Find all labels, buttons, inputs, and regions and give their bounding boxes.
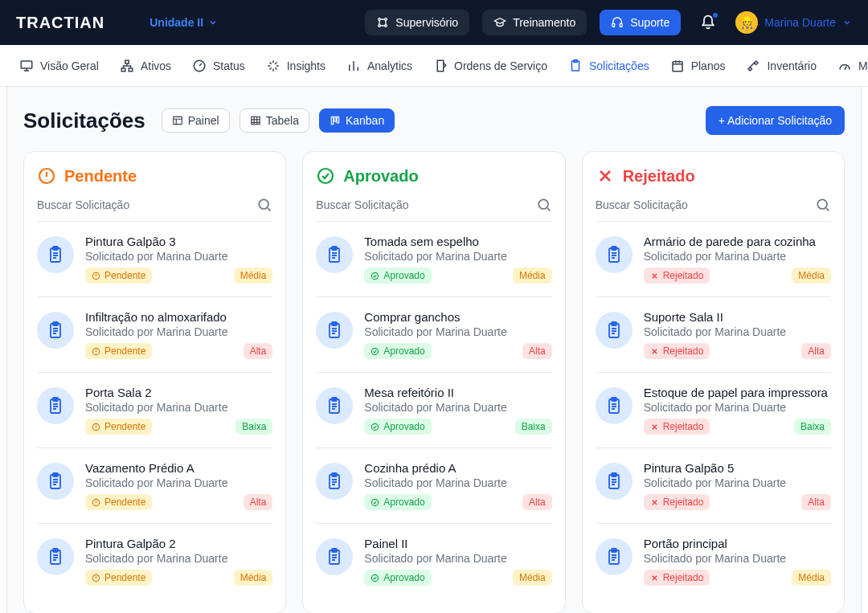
panel-icon (172, 115, 183, 126)
search-placeholder: Buscar Solicitação (316, 198, 408, 211)
unit-switcher[interactable]: Unidade II (149, 16, 218, 29)
avatar: 👷 (735, 11, 758, 34)
monitor-icon (19, 59, 34, 73)
clipboard-icon (37, 236, 74, 273)
request-card[interactable]: Infiltração no almoxarifado Solicitado p… (37, 296, 272, 372)
request-card[interactable]: Porta Sala 2 Solicitado por Marina Duart… (37, 372, 272, 447)
request-card[interactable]: Portão principal Solicitado por Marina D… (596, 523, 831, 599)
search-input[interactable]: Buscar Solicitação (37, 197, 272, 213)
pendente-mini-icon (92, 347, 100, 356)
status-badge: Pendente (85, 570, 152, 586)
rejeitado-mini-icon (650, 423, 659, 431)
card-title: Tomada sem espelho (364, 235, 551, 248)
card-title: Comprar ganchos (364, 310, 551, 324)
svg-point-20 (260, 199, 269, 209)
priority-badge: Alta (801, 343, 831, 359)
pendente-status-icon (37, 166, 56, 186)
clipboard-icon (316, 463, 353, 500)
column-aprovado: Aprovado Buscar Solicitação Tomada sem e… (302, 151, 565, 613)
user-menu[interactable]: 👷 Marina Duarte (735, 11, 852, 34)
page-title: Solicitações (23, 108, 145, 133)
card-title: Estoque de papel para impressora (644, 386, 831, 399)
request-card[interactable]: Mesa refeitório II Solicitado por Marina… (316, 372, 551, 447)
suporte-button[interactable]: Suporte (600, 10, 681, 35)
aprovado-mini-icon (371, 498, 379, 507)
clipboard-icon (37, 463, 74, 500)
document-pen-icon (433, 59, 448, 73)
tab-inventario[interactable]: Inventário (746, 59, 816, 73)
chevron-down-icon (208, 18, 218, 27)
clipboard-icon (596, 236, 633, 273)
svg-point-37 (538, 199, 548, 209)
clipboard-icon (316, 236, 353, 273)
graduation-cap-icon (493, 16, 506, 29)
tab-analytics[interactable]: Analytics (346, 59, 412, 73)
svg-point-2 (379, 25, 381, 27)
tab-metricas[interactable]: Métricas (837, 59, 868, 73)
card-requester: Solicitado por Marina Duarte (364, 250, 551, 263)
request-card[interactable]: Estoque de papel para impressora Solicit… (596, 372, 831, 447)
tools-icon (746, 59, 760, 73)
card-title: Mesa refeitório II (364, 386, 551, 399)
svg-rect-8 (121, 68, 125, 72)
card-title: Pintura Galpão 3 (85, 235, 272, 248)
card-title: Cozinha prédio A (364, 461, 551, 475)
svg-rect-7 (125, 60, 129, 63)
svg-point-0 (379, 18, 381, 21)
view-painel-button[interactable]: Painel (162, 108, 230, 133)
svg-rect-5 (620, 23, 623, 27)
priority-badge: Alta (522, 494, 552, 510)
treinamento-button[interactable]: Treinamento (482, 10, 587, 35)
svg-rect-6 (21, 61, 32, 68)
tab-visao-geral[interactable]: Visão Geral (19, 59, 99, 73)
svg-point-53 (817, 199, 827, 209)
tab-planos[interactable]: Planos (670, 59, 726, 73)
clipboard-icon (37, 538, 74, 575)
priority-badge: Média (513, 570, 552, 586)
view-kanban-button[interactable]: Kanban (319, 108, 395, 133)
search-input[interactable]: Buscar Solicitação (316, 197, 551, 213)
svg-rect-9 (129, 68, 133, 72)
main-content: Solicitações Painel Tabela Kanban + Adic… (6, 87, 862, 613)
request-card[interactable]: Armário de parede para cozinha Solicitad… (596, 221, 831, 296)
supervisorio-button[interactable]: Supervisório (365, 10, 469, 35)
search-input[interactable]: Buscar Solicitação (596, 197, 831, 213)
sitemap-icon (120, 59, 134, 73)
clipboard-icon (37, 387, 74, 424)
tab-solicitacoes[interactable]: Solicitações (568, 59, 649, 73)
clipboard-icon (316, 312, 353, 349)
add-request-button[interactable]: + Adicionar Solicitação (706, 106, 845, 135)
view-tabela-button[interactable]: Tabela (240, 108, 309, 133)
request-card[interactable]: Tomada sem espelho Solicitado por Marina… (316, 221, 551, 296)
svg-rect-4 (612, 23, 615, 27)
request-card[interactable]: Comprar ganchos Solicitado por Marina Du… (316, 296, 551, 372)
tab-status[interactable]: Status (192, 59, 245, 73)
status-badge: Aprovado (364, 268, 431, 284)
request-card[interactable]: Pintura Galpão 3 Solicitado por Marina D… (37, 221, 272, 296)
card-requester: Solicitado por Marina Duarte (364, 401, 551, 414)
request-card[interactable]: Suporte Sala II Solicitado por Marina Du… (596, 296, 831, 372)
aprovado-status-icon (316, 166, 335, 186)
request-card[interactable]: Cozinha prédio A Solicitado por Marina D… (316, 447, 551, 523)
kanban-icon (330, 115, 341, 126)
request-card[interactable]: Painel II Solicitado por Marina Duarte A… (316, 523, 551, 599)
column-title: Pendente (64, 167, 137, 186)
user-name: Marina Duarte (764, 16, 836, 29)
card-title: Painel II (364, 537, 551, 550)
tab-ordens[interactable]: Ordens de Serviço (433, 59, 547, 73)
tab-insights[interactable]: Insights (266, 59, 326, 73)
status-badge: Pendente (85, 419, 152, 435)
notifications-button[interactable] (700, 14, 716, 31)
tab-ativos[interactable]: Ativos (120, 59, 171, 73)
clipboard-icon (596, 387, 633, 424)
rejeitado-mini-icon (650, 574, 659, 582)
request-card[interactable]: Pintura Galpão 5 Solicitado por Marina D… (596, 447, 831, 523)
status-badge: Pendente (85, 494, 152, 510)
aprovado-mini-icon (371, 574, 379, 582)
column-title: Rejeitado (623, 167, 695, 186)
request-card[interactable]: Vazamento Prédio A Solicitado por Marina… (37, 447, 272, 523)
sparkle-icon (266, 59, 280, 73)
headset-icon (611, 16, 624, 29)
notification-dot-icon (713, 13, 718, 18)
request-card[interactable]: Pintura Galpão 2 Solicitado por Marina D… (37, 523, 272, 599)
